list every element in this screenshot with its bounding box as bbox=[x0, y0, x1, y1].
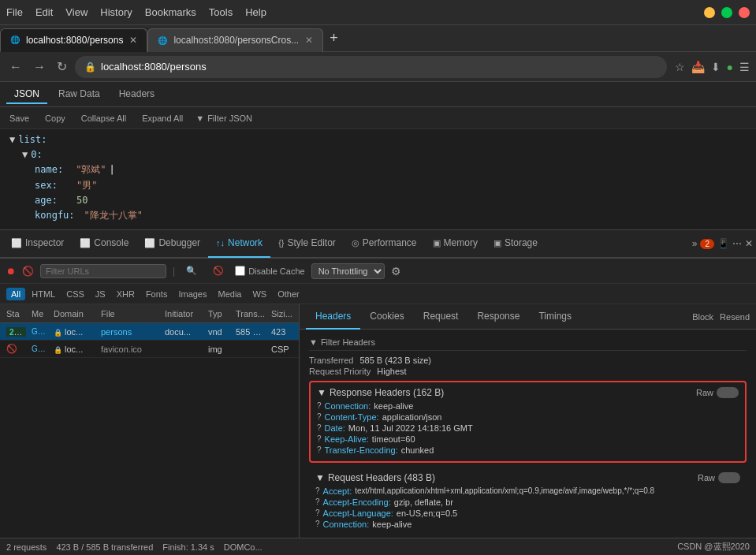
tab-style-editor[interactable]: {} Style Editor bbox=[270, 229, 344, 258]
tab-console[interactable]: ⬜ Console bbox=[72, 229, 136, 258]
maximize-button[interactable] bbox=[721, 7, 732, 18]
json-tab-headers[interactable]: Headers bbox=[111, 85, 162, 104]
filter-urls-input[interactable] bbox=[40, 264, 166, 278]
network-content: Sta Me Domain File Initiator Typ Trans..… bbox=[0, 304, 756, 538]
type-filter-html[interactable]: HTML bbox=[27, 288, 60, 300]
filter-headers-bar: ▼ Filter Headers bbox=[309, 334, 747, 351]
forward-button[interactable]: → bbox=[30, 57, 49, 77]
detail-tab-cookies[interactable]: Cookies bbox=[360, 304, 413, 330]
copy-button[interactable]: Copy bbox=[42, 112, 69, 125]
bookmark-icon[interactable]: ☆ bbox=[675, 61, 685, 73]
json-toolbar: Save Copy Collapse All Expand All ▼ Filt… bbox=[0, 107, 756, 129]
help-icon-4[interactable]: ? bbox=[317, 434, 322, 443]
browser-tab-1[interactable]: 🌐 localhost:8080/persons ✕ bbox=[0, 28, 147, 52]
back-button[interactable]: ← bbox=[6, 57, 25, 77]
th-file: File bbox=[98, 309, 162, 318]
browser-tab-2[interactable]: 🌐 localhost:8080/personsCros... ✕ bbox=[147, 28, 323, 52]
raw-toggle-response[interactable] bbox=[717, 387, 739, 398]
menu-bookmarks[interactable]: Bookmarks bbox=[145, 6, 196, 18]
menu-view[interactable]: View bbox=[65, 6, 88, 18]
detail-tab-request[interactable]: Request bbox=[414, 304, 468, 330]
minimize-button[interactable] bbox=[704, 7, 715, 18]
menu-file[interactable]: File bbox=[6, 6, 23, 18]
url-bar[interactable]: 🔒 localhost:8080/persons bbox=[75, 56, 667, 78]
type-filter-ws[interactable]: WS bbox=[248, 288, 271, 300]
tab-close-2[interactable]: ✕ bbox=[305, 35, 313, 46]
network-settings-button[interactable]: ⚙ bbox=[391, 265, 401, 278]
expand-all-button[interactable]: Expand All bbox=[139, 112, 186, 125]
inspector-icon: ⬜ bbox=[11, 238, 22, 248]
menu-edit[interactable]: Edit bbox=[35, 6, 53, 18]
secure-icon: 🔒 bbox=[84, 61, 96, 73]
menu-tools[interactable]: Tools bbox=[209, 6, 233, 18]
tab-close-1[interactable]: ✕ bbox=[129, 35, 137, 46]
help-icon-2[interactable]: ? bbox=[317, 412, 322, 421]
request-row-favicon[interactable]: 🚫 GET 🔒 loc... favicon.ico img CSP bbox=[0, 341, 299, 358]
detail-tab-response[interactable]: Response bbox=[467, 304, 529, 330]
reload-button[interactable]: ↻ bbox=[54, 56, 70, 77]
menu-icon[interactable]: ☰ bbox=[739, 61, 750, 73]
info-priority: Request Priority Highest bbox=[309, 367, 747, 376]
more-tabs-button[interactable]: » bbox=[692, 238, 698, 249]
help-icon-5[interactable]: ? bbox=[317, 445, 322, 454]
menu-history[interactable]: History bbox=[100, 6, 132, 18]
transferred-value: 585 B (423 B size) bbox=[359, 356, 431, 365]
type-filter-images[interactable]: Images bbox=[173, 288, 211, 300]
json-tab-json[interactable]: JSON bbox=[6, 85, 47, 104]
tab-performance[interactable]: ◎ Performance bbox=[344, 229, 425, 258]
help-icon-7[interactable]: ? bbox=[315, 497, 320, 506]
detail-tab-timings[interactable]: Timings bbox=[529, 304, 581, 330]
response-headers-title[interactable]: ▼ Response Headers (162 B) Raw bbox=[317, 387, 739, 398]
tab-memory[interactable]: ▣ Memory bbox=[425, 229, 486, 258]
raw-toggle-request[interactable] bbox=[718, 472, 740, 483]
download-icon[interactable]: ⬇ bbox=[711, 61, 721, 73]
memory-icon: ▣ bbox=[433, 238, 441, 248]
more-options-icon[interactable]: ⋯ bbox=[732, 238, 742, 249]
help-icon-1[interactable]: ? bbox=[317, 401, 322, 410]
throttle-select[interactable]: No ThrottlingSlow 3GFast 3GOffline bbox=[311, 263, 385, 279]
domcontent-info: DOMCo... bbox=[224, 542, 263, 552]
help-icon-6[interactable]: ? bbox=[315, 486, 320, 495]
type-filter-xhr[interactable]: XHR bbox=[112, 288, 140, 300]
help-icon-3[interactable]: ? bbox=[317, 423, 322, 432]
profile-icon[interactable]: ● bbox=[727, 61, 733, 73]
network-icon: ↑↓ bbox=[216, 238, 225, 248]
resend-button[interactable]: Resend bbox=[720, 312, 750, 322]
type-filter-other[interactable]: Other bbox=[273, 288, 304, 300]
help-icon-8[interactable]: ? bbox=[315, 508, 320, 517]
clear-icon[interactable]: 🚫 bbox=[22, 266, 34, 277]
close-devtools-icon[interactable]: ✕ bbox=[745, 238, 753, 249]
record-icon[interactable]: ⏺ bbox=[6, 266, 16, 277]
new-tab-button[interactable]: + bbox=[323, 30, 344, 47]
collapse-all-button[interactable]: Collapse All bbox=[78, 112, 129, 125]
tab-favicon-2: 🌐 bbox=[158, 36, 167, 45]
json-tab-rawdata[interactable]: Raw Data bbox=[50, 85, 108, 104]
search-button[interactable]: 🔍 bbox=[181, 264, 202, 278]
request-row-persons[interactable]: 200 GET 🔒 loc... persons docu... vnd 585… bbox=[0, 323, 299, 341]
type-filter-css[interactable]: CSS bbox=[61, 288, 89, 300]
th-method: Me bbox=[28, 309, 50, 318]
block-button-detail[interactable]: Block bbox=[692, 312, 713, 322]
help-icon-9[interactable]: ? bbox=[315, 520, 320, 528]
tab-debugger[interactable]: ⬜ Debugger bbox=[136, 229, 208, 258]
tab-network[interactable]: ↑↓ Network bbox=[208, 229, 270, 258]
td-type-1: vnd bbox=[205, 327, 233, 337]
type-filter-media[interactable]: Media bbox=[213, 288, 246, 300]
disable-cache-checkbox[interactable] bbox=[235, 266, 245, 276]
pocket-icon[interactable]: 📥 bbox=[691, 61, 705, 73]
save-button[interactable]: Save bbox=[6, 112, 32, 125]
type-filter-fonts[interactable]: Fonts bbox=[141, 288, 173, 300]
type-filter-js[interactable]: JS bbox=[91, 288, 110, 300]
responsive-icon[interactable]: 📱 bbox=[717, 238, 729, 249]
console-icon: ⬜ bbox=[80, 238, 91, 248]
type-filter-all[interactable]: All bbox=[6, 288, 25, 300]
menu-help[interactable]: Help bbox=[245, 6, 266, 18]
block-button[interactable]: 🚫 bbox=[208, 264, 229, 278]
collapse-item0[interactable]: ▼ bbox=[22, 147, 28, 162]
request-headers-title[interactable]: ▼ Request Headers (483 B) Raw bbox=[315, 472, 740, 483]
close-button[interactable] bbox=[739, 7, 750, 18]
tab-storage[interactable]: ▣ Storage bbox=[486, 229, 546, 258]
collapse-list[interactable]: ▼ bbox=[9, 132, 15, 147]
detail-tab-headers[interactable]: Headers bbox=[306, 304, 360, 330]
tab-inspector[interactable]: ⬜ Inspector bbox=[3, 229, 72, 258]
